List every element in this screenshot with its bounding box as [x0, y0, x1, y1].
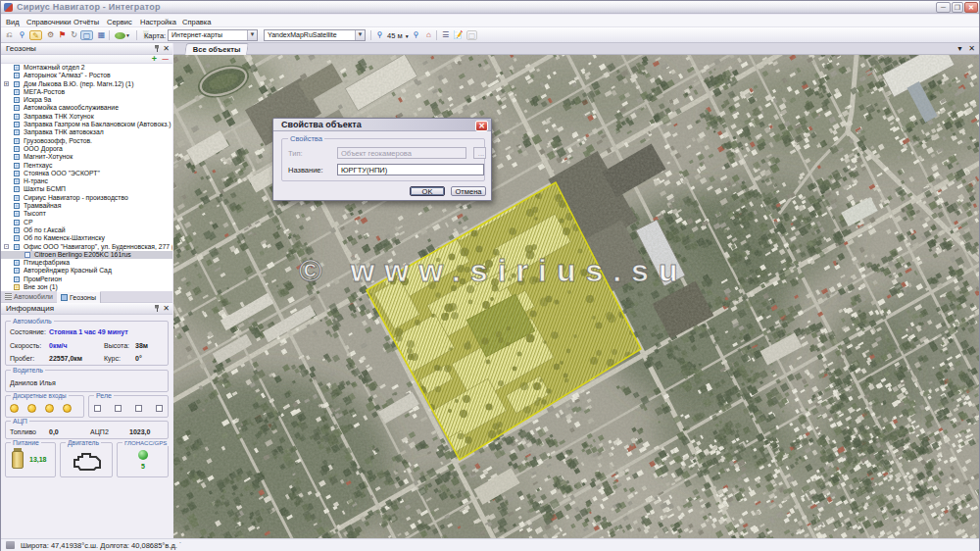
svg-text:© www.sirius.su: © www.sirius.su	[299, 253, 687, 288]
